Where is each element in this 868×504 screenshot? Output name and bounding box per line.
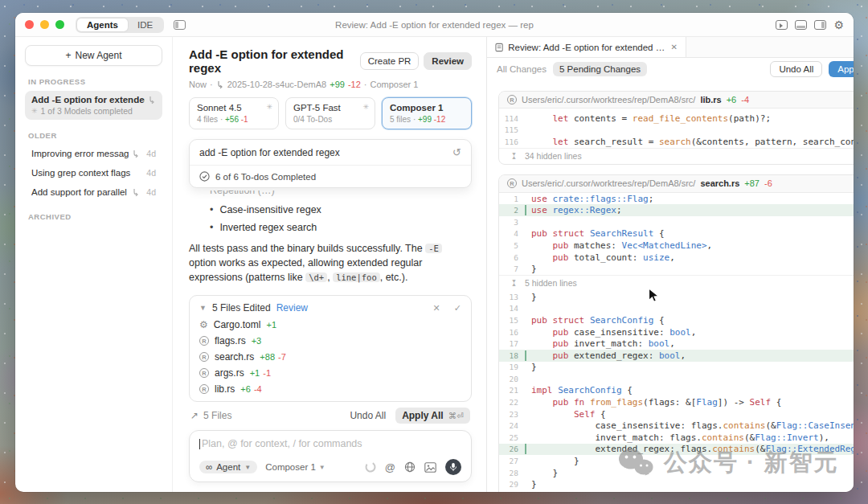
code-line: 2use regex::Regex; [499,204,854,216]
spinner-icon: ✳ [31,107,38,115]
diff-file-header[interactable]: RUsers/eric/.cursor/worktrees/rep/DemA8/… [499,92,854,109]
hidden-lines-row[interactable]: ▼▲34 hidden lines [499,148,854,164]
diff-file-header[interactable]: RUsers/eric/.cursor/worktrees/rep/DemA8/… [499,175,854,193]
todo-bullet: Case-insensitive regex [210,204,472,215]
sidebar-item[interactable]: Add support for parallel file p...4d [25,183,162,201]
code-line: 26 extended_regex: flags.contains(&Flag:… [499,444,854,456]
inline-code: \d+ [305,272,327,282]
diff-stats: +3 [252,336,262,346]
file-name: flags.rs [215,335,246,346]
all-changes-tab[interactable]: All Changes [497,64,547,74]
sidebar-item[interactable]: Improving error messages an...4d [25,145,162,162]
panel-run-icon[interactable] [776,20,788,30]
sidebar-section: ARCHIVED [25,212,162,221]
close-tab-icon[interactable]: ✕ [671,43,678,51]
apply-all-button[interactable]: Apply All [829,61,854,77]
code-text: let search_result = search(&contents, pa… [525,137,854,147]
code-text: pub fn from_flags(flags: &[Flag]) -> Sel… [525,397,854,408]
rust-file-icon: R [199,336,209,346]
edited-file-row[interactable]: Rsearch.rs+88-7 [190,349,471,365]
sidebar-section-label: OLDER [28,131,159,140]
undo-all-button[interactable]: Undo All [770,61,822,77]
close-window-button[interactable] [25,20,34,29]
image-icon[interactable] [424,462,436,473]
minimize-window-button[interactable] [40,20,49,29]
globe-icon[interactable] [404,461,416,473]
inline-code: -E [425,244,442,253]
tab-ide[interactable]: IDE [128,18,162,31]
code-line: 29} [499,478,854,490]
code-line: 20 [499,373,854,385]
sidebar-toggle-icon[interactable] [174,20,186,30]
sidebar-item-title: Add -E option for extended regex [31,95,145,104]
undo-all-button[interactable]: Undo All [350,410,386,421]
sidebar-section-label: ARCHIVED [28,212,159,221]
inline-code: line|foo [333,272,380,282]
tab-agents[interactable]: Agents [77,18,128,31]
file-name: Cargo.toml [214,319,261,330]
code-text: pub case_insensitive: bool, [525,327,854,338]
line-number: 24 [499,421,525,430]
file-path: Users/eric/.cursor/worktrees/rep/DemA8/s… [522,95,695,104]
line-number: 3 [499,218,525,227]
edited-file-row[interactable]: Rargs.rs+1-1 [190,365,471,381]
input-placeholder: Plan, @ for context, / for commands [202,438,362,449]
line-number: 16 [499,328,525,337]
gear-icon[interactable]: ⚙ [833,19,844,31]
sidebar-section: IN PROGRESSAdd -E option for extended re… [25,77,162,120]
retry-icon[interactable]: ↺ [452,146,461,158]
todos-summary[interactable]: 6 of 6 To-dos Completed [190,165,471,187]
chat-input[interactable]: Plan, @ for context, / for commands ∞ Ag… [189,430,472,482]
agent-meta: Now· 2025-10-28-s4uc-DemA8 +99 -12 · Com… [189,80,472,89]
code-line: 19} [499,362,854,374]
code-line: 18 pub extended_regex: bool, [499,350,854,362]
line-number: 1 [499,195,525,203]
review-button[interactable]: Review [424,52,472,70]
sidebar-section: OLDERImproving error messages an...4dUsi… [25,131,162,201]
model-card[interactable]: Composer 15 files · +99 -12 [382,97,472,129]
edited-file-row[interactable]: Rlib.rs+6-4 [190,381,471,397]
branch-icon [132,188,140,197]
files-count-label: 5 Files [203,410,231,421]
right-panel-icon[interactable] [814,20,826,30]
line-number: 26 [499,445,525,453]
zoom-window-button[interactable] [55,20,64,29]
model-stats: 4 files · +56 -1 [197,115,271,124]
apply-all-button[interactable]: Apply All⌘⏎ [395,408,470,424]
create-pr-button[interactable]: Create PR [360,52,420,70]
mention-icon[interactable]: @ [385,461,395,473]
agents-ide-switcher: Agents IDE [76,17,164,33]
code-line: 15pub struct SearchConfig { [499,314,854,326]
edited-file-row[interactable]: Rflags.rs+3 [190,333,471,349]
bottom-panel-icon[interactable] [795,20,807,30]
agent-mode-selector[interactable]: ∞ Agent ▼ [199,461,257,473]
document-icon [495,43,503,52]
edited-file-row[interactable]: ⚙Cargo.toml+1 [190,317,471,333]
sidebar-item[interactable]: Add -E option for extended regex✳1 of 3 … [25,91,162,120]
prompt-card[interactable]: add -E option for extended regex ↺ 6 of … [189,139,472,188]
review-link[interactable]: Review [276,302,308,313]
file-name: lib.rs [700,95,721,104]
model-card[interactable]: GPT-5 Fast0/4 To-Dos ✳ [285,97,375,129]
code-text: pub extended_regex: bool, [525,350,854,361]
line-number: 14 [499,304,525,313]
model-selector[interactable]: Composer 1 ▼ [265,462,326,472]
line-number: 5 [499,241,525,250]
desktop-background: { "titlebar": { "window_title": "Review:… [0,0,868,504]
reject-all-icon[interactable]: ✕ [433,303,440,313]
todo-bullet: Inverted regex search [210,222,472,233]
code-line: 7} [499,263,854,275]
review-tab[interactable]: Review: Add -E option for extended regex… [487,37,686,57]
model-card[interactable]: Sonnet 4.54 files · +56 -1✳ [189,97,279,129]
new-agent-button[interactable]: +New Agent [25,45,162,66]
voice-input-button[interactable] [445,459,461,475]
accept-all-icon[interactable]: ✓ [454,303,461,313]
pending-changes-tab[interactable]: 5 Pending Changes [553,62,647,76]
hidden-lines-row[interactable]: ▼▲5 hidden lines [499,275,854,291]
page-title: Add -E option for extended regex [189,47,360,75]
code-text: extended_regex: flags.contains(&Flag::Ex… [525,444,854,454]
chevron-down-icon[interactable]: ▼ [199,304,207,312]
expand-files-icon[interactable]: ↗ [190,410,199,421]
hidden-lines-arrows: ▼▲ [499,280,525,287]
sidebar-item[interactable]: Using grep context flags4d [25,164,162,182]
